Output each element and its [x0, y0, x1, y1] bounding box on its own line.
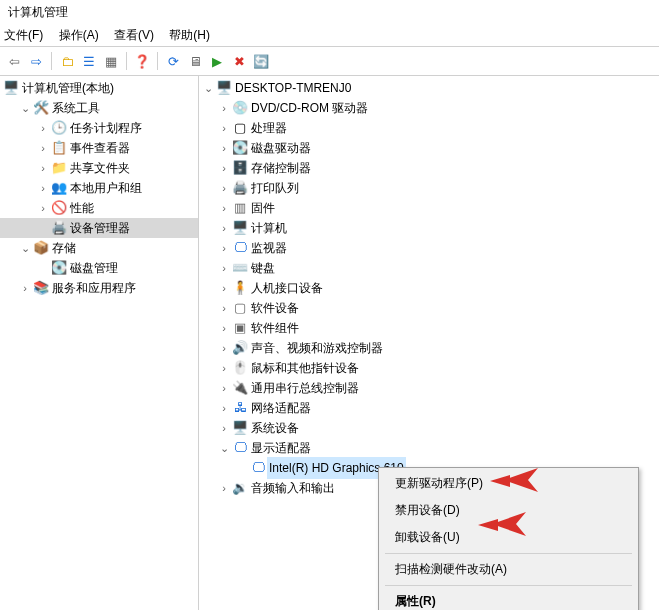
- tree-item[interactable]: › 🚫 性能: [0, 198, 198, 218]
- back-button[interactable]: ⇦: [4, 51, 24, 71]
- tree-item[interactable]: ⌄ 📦 存储: [0, 238, 198, 258]
- expander-closed-icon[interactable]: ›: [217, 318, 231, 338]
- expander-closed-icon[interactable]: ›: [217, 418, 231, 438]
- expander-closed-icon[interactable]: ›: [217, 358, 231, 378]
- tree-item[interactable]: ›💽磁盘驱动器: [199, 138, 659, 158]
- expander-closed-icon[interactable]: ›: [217, 378, 231, 398]
- expander-closed-icon[interactable]: ›: [217, 278, 231, 298]
- expander-open-icon[interactable]: ⌄: [18, 98, 32, 118]
- window-title: 计算机管理: [0, 0, 659, 25]
- expander-closed-icon[interactable]: ›: [217, 398, 231, 418]
- tree-item[interactable]: › 🕒 任务计划程序: [0, 118, 198, 138]
- tree-item[interactable]: 💽 磁盘管理: [0, 258, 198, 278]
- tree-item[interactable]: ›▣软件组件: [199, 318, 659, 338]
- tree-item[interactable]: › 📋 事件查看器: [0, 138, 198, 158]
- tree-label: 人机接口设备: [249, 278, 325, 298]
- expander-closed-icon[interactable]: ›: [217, 238, 231, 258]
- loop-button[interactable]: 🔄: [251, 51, 271, 71]
- storage-icon: 📦: [32, 238, 50, 258]
- expander-closed-icon[interactable]: ›: [217, 258, 231, 278]
- tree-item[interactable]: ⌄🖵显示适配器: [199, 438, 659, 458]
- tree-item[interactable]: ›⌨️键盘: [199, 258, 659, 278]
- keyboard-icon: ⌨️: [231, 258, 249, 278]
- expander-open-icon[interactable]: ⌄: [18, 238, 32, 258]
- display-adapter-icon: 🖵: [231, 438, 249, 458]
- gpu-icon: 🖵: [249, 458, 267, 478]
- expander-closed-icon[interactable]: ›: [217, 158, 231, 178]
- cpu-icon: ▢: [231, 118, 249, 138]
- tree-item[interactable]: ›🖥️计算机: [199, 218, 659, 238]
- shared-icon: 📁: [50, 158, 68, 178]
- tree-item[interactable]: ›🔊声音、视频和游戏控制器: [199, 338, 659, 358]
- left-tree: 🖥️ 计算机管理(本地) ⌄ 🛠️ 系统工具 › 🕒 任务计划程序 › 📋 事件…: [0, 76, 199, 610]
- tree-item[interactable]: ›🧍人机接口设备: [199, 278, 659, 298]
- tree-item[interactable]: ›🖱️鼠标和其他指针设备: [199, 358, 659, 378]
- hid-icon: 🧍: [231, 278, 249, 298]
- tree-item[interactable]: ⌄ 🖥️ DESKTOP-TMRENJ0: [199, 78, 659, 98]
- tree-item[interactable]: ›🖨️打印队列: [199, 178, 659, 198]
- expander-closed-icon[interactable]: ›: [217, 198, 231, 218]
- options-button[interactable]: ☰: [79, 51, 99, 71]
- tree-item[interactable]: ›▢软件设备: [199, 298, 659, 318]
- tree-item[interactable]: ›🖧网络适配器: [199, 398, 659, 418]
- tree-item[interactable]: › 👥 本地用户和组: [0, 178, 198, 198]
- expander-closed-icon[interactable]: ›: [217, 118, 231, 138]
- expander-closed-icon[interactable]: ›: [36, 158, 50, 178]
- ctx-properties[interactable]: 属性(R): [381, 588, 636, 610]
- tree-label: 性能: [68, 198, 96, 218]
- expander-open-icon[interactable]: ⌄: [201, 78, 215, 98]
- menu-file[interactable]: 文件(F): [4, 27, 43, 44]
- menu-action[interactable]: 操作(A): [59, 27, 99, 44]
- expander-open-icon[interactable]: ⌄: [217, 438, 231, 458]
- tree-item[interactable]: ›🖵监视器: [199, 238, 659, 258]
- expander-closed-icon[interactable]: ›: [217, 138, 231, 158]
- ctx-scan-hardware[interactable]: 扫描检测硬件改动(A): [381, 556, 636, 583]
- tree-item[interactable]: ›🔌通用串行总线控制器: [199, 378, 659, 398]
- audio-icon: 🔊: [231, 338, 249, 358]
- tree-item[interactable]: › 📚 服务和应用程序: [0, 278, 198, 298]
- context-menu-separator: [385, 585, 632, 586]
- expander-closed-icon[interactable]: ›: [217, 98, 231, 118]
- toolbar-separator: [126, 52, 127, 70]
- expander-closed-icon[interactable]: ›: [217, 338, 231, 358]
- performance-icon: 🚫: [50, 198, 68, 218]
- tree-item[interactable]: ›🗄️存储控制器: [199, 158, 659, 178]
- tree-item[interactable]: ›▢处理器: [199, 118, 659, 138]
- tree-label: DESKTOP-TMRENJ0: [233, 78, 353, 98]
- device-manager-icon: 🖨️: [50, 218, 68, 238]
- tree-root[interactable]: 🖥️ 计算机管理(本地): [0, 78, 198, 98]
- tree-label: DVD/CD-ROM 驱动器: [249, 98, 370, 118]
- expander-closed-icon[interactable]: ›: [217, 298, 231, 318]
- tree-item[interactable]: › 📁 共享文件夹: [0, 158, 198, 178]
- expander-closed-icon[interactable]: ›: [36, 178, 50, 198]
- enable-button[interactable]: ▶: [207, 51, 227, 71]
- tree-label: 软件设备: [249, 298, 301, 318]
- tree-item[interactable]: ›🖥️系统设备: [199, 418, 659, 438]
- disk-icon: 💽: [231, 138, 249, 158]
- tree-item-selected[interactable]: 🖨️ 设备管理器: [0, 218, 198, 238]
- expander-closed-icon[interactable]: ›: [217, 178, 231, 198]
- disable-button[interactable]: ✖: [229, 51, 249, 71]
- expander-closed-icon[interactable]: ›: [36, 118, 50, 138]
- scan-button[interactable]: 🖥: [185, 51, 205, 71]
- properties-button[interactable]: ▦: [101, 51, 121, 71]
- menu-view[interactable]: 查看(V): [114, 27, 154, 44]
- tree-item[interactable]: ›▥固件: [199, 198, 659, 218]
- up-button[interactable]: 🗀: [57, 51, 77, 71]
- tree-item[interactable]: ⌄ 🛠️ 系统工具: [0, 98, 198, 118]
- expander-closed-icon[interactable]: ›: [217, 478, 231, 498]
- menu-help[interactable]: 帮助(H): [169, 27, 210, 44]
- tree-label: 服务和应用程序: [50, 278, 138, 298]
- tree-label: 共享文件夹: [68, 158, 132, 178]
- expander-closed-icon[interactable]: ›: [217, 218, 231, 238]
- expander-closed-icon[interactable]: ›: [36, 198, 50, 218]
- refresh-button[interactable]: ⟳: [163, 51, 183, 71]
- expander-closed-icon[interactable]: ›: [36, 138, 50, 158]
- tree-label: 网络适配器: [249, 398, 313, 418]
- computer-icon: 🖥️: [215, 78, 233, 98]
- disk-manager-icon: 💽: [50, 258, 68, 278]
- forward-button[interactable]: ⇨: [26, 51, 46, 71]
- tree-item[interactable]: ›💿DVD/CD-ROM 驱动器: [199, 98, 659, 118]
- help-button[interactable]: ❓: [132, 51, 152, 71]
- expander-closed-icon[interactable]: ›: [18, 278, 32, 298]
